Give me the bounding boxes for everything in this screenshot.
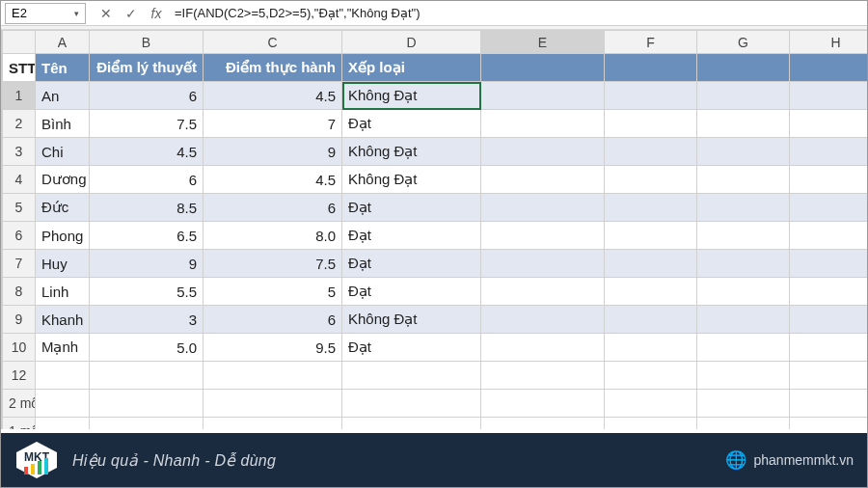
cell[interactable]: 5.0 [90, 334, 203, 362]
cell[interactable]: 8.0 [203, 222, 342, 250]
cell[interactable] [203, 362, 342, 390]
cell[interactable] [36, 418, 90, 430]
cell[interactable] [481, 306, 605, 334]
cell[interactable] [481, 278, 605, 306]
cell[interactable] [481, 222, 605, 250]
cell[interactable]: 6 [203, 194, 342, 222]
name-box[interactable]: E2 ▾ [5, 3, 86, 24]
cell[interactable]: Mạnh [36, 334, 90, 362]
cell[interactable]: Không Đạt [342, 138, 481, 166]
cell[interactable] [605, 306, 697, 334]
cell[interactable] [481, 362, 605, 390]
cell[interactable]: Không Đạt [342, 306, 481, 334]
cell[interactable]: 3 [90, 306, 203, 334]
cell[interactable]: 6 [203, 306, 342, 334]
cell[interactable]: 5.5 [90, 278, 203, 306]
cell[interactable]: Đức [36, 194, 90, 222]
column-header-D[interactable]: D [342, 31, 481, 54]
confirm-formula-button[interactable]: ✓ [119, 3, 144, 24]
cell[interactable] [605, 222, 697, 250]
row-header[interactable]: 7 [3, 250, 36, 278]
cell[interactable] [605, 278, 697, 306]
cell[interactable] [790, 222, 868, 250]
cell[interactable] [90, 418, 203, 430]
cell[interactable] [481, 390, 605, 418]
cell[interactable] [790, 166, 868, 194]
cell[interactable] [36, 390, 90, 418]
cell[interactable]: 9.5 [203, 334, 342, 362]
cell[interactable]: Chi [36, 138, 90, 166]
cell[interactable] [697, 418, 790, 430]
row-header[interactable]: 1 [3, 82, 36, 110]
cell[interactable]: Đạt [342, 334, 481, 362]
note-text[interactable]: 1 môn thấp hơn 5 điểm: Không Đạt [3, 418, 36, 430]
cell[interactable]: 5 [203, 278, 342, 306]
cell[interactable]: 4.5 [90, 138, 203, 166]
cell[interactable] [790, 362, 868, 390]
column-header-H[interactable]: H [790, 31, 868, 54]
row-header[interactable]: 5 [3, 194, 36, 222]
cell[interactable] [342, 390, 481, 418]
formula-input[interactable]: =IF(AND(C2>=5,D2>=5),"Đạt","Không Đạt") [169, 3, 867, 24]
cell[interactable] [697, 278, 790, 306]
cell[interactable] [790, 278, 868, 306]
cell[interactable] [203, 418, 342, 430]
cell[interactable] [697, 250, 790, 278]
cell[interactable] [605, 110, 697, 138]
cell[interactable] [90, 390, 203, 418]
cell[interactable] [697, 166, 790, 194]
cell[interactable]: Huy [36, 250, 90, 278]
cell[interactable] [697, 222, 790, 250]
row-header[interactable]: 12 [3, 362, 36, 390]
cell[interactable] [342, 362, 481, 390]
column-header-F[interactable]: F [605, 31, 697, 54]
cell[interactable] [790, 306, 868, 334]
note-text[interactable]: 2 môn từ 5 điểm trở lên: Đạt [3, 390, 36, 418]
spreadsheet-area[interactable]: ABCDEFGH STTTênĐiểm lý thuyếtĐiểm thực h… [1, 30, 867, 429]
cell[interactable] [790, 194, 868, 222]
cell[interactable]: Đạt [342, 278, 481, 306]
cell[interactable]: Điểm thực hành [203, 54, 342, 82]
row-header[interactable]: STT [3, 54, 36, 82]
cell[interactable]: 6 [90, 166, 203, 194]
row-header[interactable]: 2 [3, 110, 36, 138]
cell[interactable]: Phong [36, 222, 90, 250]
chevron-down-icon[interactable]: ▾ [74, 9, 79, 18]
cell[interactable]: Linh [36, 278, 90, 306]
cell[interactable] [790, 334, 868, 362]
cell[interactable] [342, 418, 481, 430]
cell[interactable] [481, 82, 605, 110]
cell[interactable] [790, 110, 868, 138]
cell[interactable]: 7.5 [203, 250, 342, 278]
cell[interactable]: 4.5 [203, 166, 342, 194]
cell[interactable] [605, 166, 697, 194]
cell[interactable] [697, 54, 790, 82]
cell[interactable]: 4.5 [203, 82, 342, 110]
cell[interactable] [481, 250, 605, 278]
cell[interactable] [481, 54, 605, 82]
cell[interactable] [605, 390, 697, 418]
cell[interactable]: 7 [203, 110, 342, 138]
insert-function-button[interactable]: fx [144, 3, 169, 24]
cancel-formula-button[interactable]: ✕ [94, 3, 119, 24]
column-header-G[interactable]: G [697, 31, 790, 54]
cell[interactable] [697, 82, 790, 110]
cell[interactable]: Khanh [36, 306, 90, 334]
cell[interactable]: An [36, 82, 90, 110]
cell[interactable] [481, 166, 605, 194]
active-cell[interactable]: Không Đạt [342, 82, 481, 110]
cell[interactable] [481, 418, 605, 430]
cell[interactable] [790, 418, 868, 430]
cell[interactable] [481, 334, 605, 362]
cell[interactable] [203, 390, 342, 418]
column-header-E[interactable]: E [481, 31, 605, 54]
row-header[interactable]: 3 [3, 138, 36, 166]
cell[interactable] [697, 306, 790, 334]
cell[interactable] [605, 418, 697, 430]
cell[interactable]: Điểm lý thuyết [90, 54, 203, 82]
cell[interactable]: 6 [90, 82, 203, 110]
row-header[interactable]: 9 [3, 306, 36, 334]
cell[interactable]: Đạt [342, 194, 481, 222]
cell[interactable] [90, 362, 203, 390]
cell[interactable]: 9 [203, 138, 342, 166]
